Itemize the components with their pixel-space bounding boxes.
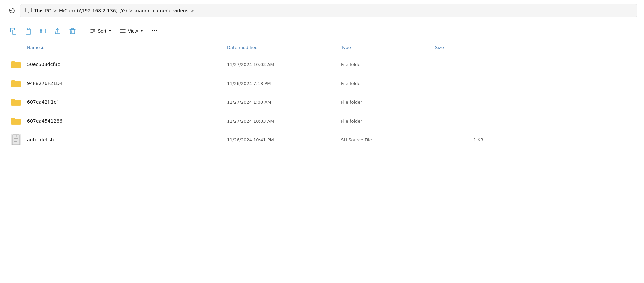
col-header-date[interactable]: Date modified (221, 43, 336, 52)
file-type: SH Source File (336, 134, 430, 146)
file-name-cell: 50ec503dcf3c (0, 55, 221, 74)
table-row[interactable]: 607ea4541286 11/27/2024 10:03 AM File fo… (0, 111, 644, 130)
file-size (430, 99, 497, 105)
share-button[interactable] (51, 25, 64, 37)
file-name-cell: 607ea42ff1cf (0, 93, 221, 111)
name-sort-arrow: ▲ (41, 46, 44, 49)
breadcrumb-sep-2: > (129, 8, 133, 13)
file-name-cell: 607ea4541286 (0, 111, 221, 130)
explorer-window: This PC > MiCam (\\192.168.2.136) (Y:) >… (0, 0, 644, 283)
file-icon (11, 134, 21, 145)
breadcrumb-sep-1: > (53, 8, 57, 13)
breadcrumb-micam[interactable]: MiCam (\\192.168.2.136) (Y:) (59, 8, 127, 13)
file-date: 11/26/2024 10:41 PM (221, 134, 336, 146)
file-icon-container (10, 96, 22, 108)
folder-icon (11, 97, 21, 107)
file-date: 11/27/2024 10:03 AM (221, 59, 336, 70)
view-chevron-icon (140, 29, 143, 33)
view-label: View (128, 28, 138, 34)
file-type: File folder (336, 78, 430, 89)
sort-button[interactable]: Sort (86, 25, 115, 37)
file-date: 11/27/2024 10:03 AM (221, 115, 336, 127)
file-size (430, 61, 497, 68)
folder-icon (11, 79, 21, 88)
svg-rect-0 (26, 8, 32, 12)
table-row[interactable]: 94F8276F21D4 11/26/2024 7:18 PM File fol… (0, 74, 644, 93)
svg-rect-12 (70, 29, 75, 34)
svg-rect-3 (12, 30, 16, 34)
file-name: 94F8276F21D4 (27, 81, 63, 86)
breadcrumb-xiaomi[interactable]: xiaomi_camera_videos (135, 8, 188, 13)
file-type: File folder (336, 59, 430, 70)
toolbar-divider (83, 26, 83, 36)
col-header-name[interactable]: Name ▲ (0, 43, 221, 52)
file-size: 1 KB (430, 134, 497, 146)
paste-button[interactable] (21, 25, 35, 37)
refresh-button[interactable] (7, 5, 17, 16)
file-rows: 50ec503dcf3c 11/27/2024 10:03 AM File fo… (0, 55, 644, 149)
file-icon-container (10, 115, 22, 127)
file-type: File folder (336, 96, 430, 108)
breadcrumb-label-this-pc: This PC (34, 8, 51, 13)
file-list-container: Name ▲ Date modified Type Size 50ec503d (0, 40, 644, 283)
file-name: auto_del.sh (27, 137, 54, 142)
breadcrumb[interactable]: This PC > MiCam (\\192.168.2.136) (Y:) >… (20, 4, 637, 17)
file-type: File folder (336, 115, 430, 127)
folder-icon (11, 116, 21, 126)
more-options-button[interactable]: ··· (148, 25, 161, 37)
file-name-cell: auto_del.sh (0, 130, 221, 149)
view-button[interactable]: View (116, 25, 147, 37)
sort-label: Sort (98, 28, 106, 34)
breadcrumb-label-micam: MiCam (\\192.168.2.136) (Y:) (59, 8, 127, 13)
sort-chevron-icon (108, 29, 112, 33)
breadcrumb-label-xiaomi: xiaomi_camera_videos (135, 8, 188, 13)
more-label: ··· (151, 27, 158, 35)
file-icon-container (10, 77, 22, 89)
col-header-type[interactable]: Type (336, 43, 430, 52)
view-icon (120, 28, 126, 34)
file-date: 11/26/2024 7:18 PM (221, 78, 336, 89)
file-date: 11/27/2024 1:00 AM (221, 96, 336, 108)
breadcrumb-sep-3: > (190, 8, 194, 13)
folder-icon (11, 60, 21, 69)
svg-rect-8 (40, 29, 46, 33)
file-icon-container (10, 58, 22, 70)
file-name: 50ec503dcf3c (27, 62, 60, 67)
rename-button[interactable] (36, 25, 50, 37)
table-row[interactable]: auto_del.sh 11/26/2024 10:41 PM SH Sourc… (0, 130, 644, 149)
computer-icon (25, 7, 32, 14)
breadcrumb-this-pc[interactable]: This PC (25, 7, 51, 14)
file-icon-container (10, 134, 22, 146)
table-row[interactable]: 50ec503dcf3c 11/27/2024 10:03 AM File fo… (0, 55, 644, 74)
column-headers: Name ▲ Date modified Type Size (0, 40, 644, 55)
copy-button[interactable] (7, 25, 20, 37)
svg-rect-21 (12, 135, 20, 145)
col-header-size[interactable]: Size (430, 43, 497, 52)
file-name: 607ea42ff1cf (27, 99, 58, 105)
file-size (430, 80, 497, 87)
address-bar: This PC > MiCam (\\192.168.2.136) (Y:) >… (0, 0, 644, 21)
file-name: 607ea4541286 (27, 118, 62, 124)
toolbar: Sort View ··· (0, 21, 644, 40)
delete-button[interactable] (66, 25, 79, 37)
file-name-cell: 94F8276F21D4 (0, 74, 221, 93)
file-size (430, 117, 497, 124)
table-row[interactable]: 607ea42ff1cf 11/27/2024 1:00 AM File fol… (0, 93, 644, 111)
